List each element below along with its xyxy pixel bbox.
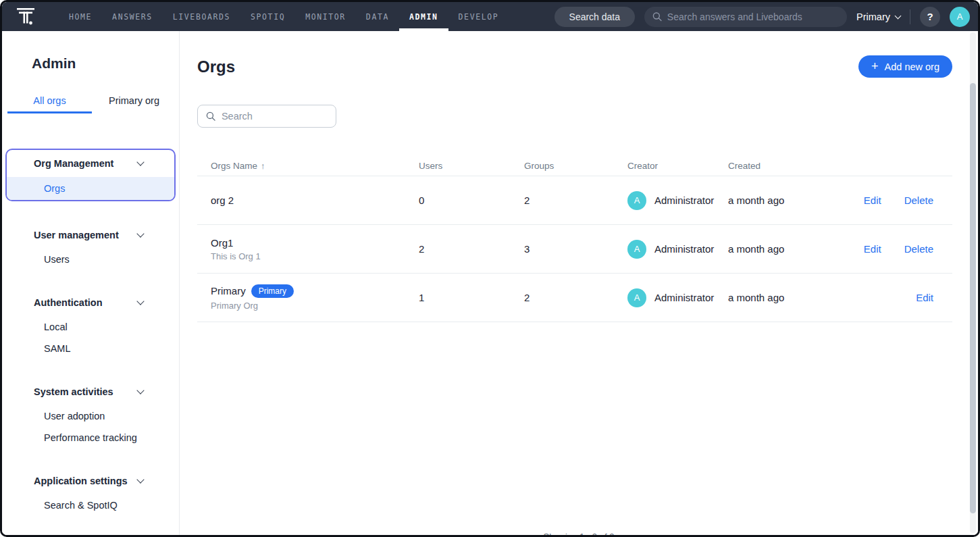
delete-link[interactable]: Delete	[904, 243, 933, 255]
nav-divider	[910, 9, 910, 24]
column-header-groups[interactable]: Groups	[511, 161, 614, 171]
creator-name: Administrator	[654, 292, 714, 303]
creator-name: Administrator	[654, 243, 714, 255]
nav-item-monitor[interactable]: MONITOR	[295, 2, 356, 31]
nav-item-develop[interactable]: DEVELOP	[448, 2, 509, 31]
section-application-settings[interactable]: Application settings	[2, 467, 179, 494]
sidebar-item-users[interactable]: Users	[2, 249, 179, 270]
column-label: Orgs Name	[211, 161, 257, 171]
row-actions: Edit Delete	[846, 195, 952, 206]
app-window: HOME ANSWERS LIVEBOARDS SPOTIQ MONITOR D…	[0, 0, 980, 537]
groups-count: 2	[511, 195, 614, 206]
primary-badge: Primary	[251, 284, 294, 298]
section-label: Application settings	[34, 476, 128, 486]
section-user-management-group: User management Users	[2, 222, 179, 270]
sort-asc-icon: ↑	[261, 161, 265, 171]
user-avatar[interactable]: A	[950, 7, 970, 27]
tab-all-orgs[interactable]: All orgs	[7, 89, 92, 113]
top-nav: HOME ANSWERS LIVEBOARDS SPOTIQ MONITOR D…	[2, 2, 978, 31]
tab-primary-org[interactable]: Primary org	[92, 89, 176, 113]
chevron-down-icon	[136, 297, 144, 305]
sidebar-title: Admin	[32, 55, 179, 72]
nav-right-controls: Search data Primary ? A	[555, 7, 970, 27]
section-user-management[interactable]: User management	[2, 222, 179, 249]
chevron-down-icon	[136, 386, 144, 394]
users-count: 2	[405, 243, 511, 255]
creator-avatar: A	[627, 240, 646, 259]
users-count: 0	[405, 195, 511, 206]
orgs-page: Orgs + Add new org Orgs Name↑	[180, 31, 978, 535]
sidebar-item-user-adoption[interactable]: User adoption	[2, 405, 179, 427]
table-row: Primary Primary Primary Org 1 2 A Admini…	[197, 274, 952, 322]
search-icon	[206, 111, 215, 122]
creator-cell: A Administrator	[614, 240, 715, 259]
global-search-input[interactable]	[667, 11, 839, 22]
section-system-activities[interactable]: System activities	[2, 378, 179, 405]
chevron-down-icon	[895, 12, 902, 19]
org-management-highlight: Org Management Orgs	[5, 149, 176, 201]
global-search[interactable]	[644, 7, 847, 27]
delete-link[interactable]: Delete	[904, 195, 933, 206]
sidebar-item-orgs[interactable]: Orgs	[7, 177, 174, 200]
org-switcher[interactable]: Primary	[856, 11, 900, 22]
sidebar-tabs: All orgs Primary org	[7, 89, 179, 113]
page-header: Orgs + Add new org	[197, 55, 952, 78]
table-header-row: Orgs Name↑ Users Groups Creator Created	[197, 156, 952, 176]
chevron-down-icon	[136, 230, 144, 237]
add-new-org-button[interactable]: + Add new org	[858, 55, 952, 78]
org-name-cell: Primary Primary Primary Org	[197, 284, 405, 311]
section-label: System activities	[34, 386, 113, 397]
creator-cell: A Administrator	[614, 191, 715, 210]
section-label: User management	[34, 230, 119, 240]
org-name: Primary	[211, 285, 246, 297]
body-area: Admin All orgs Primary org Org Managemen…	[2, 31, 978, 535]
row-actions: Edit	[846, 292, 952, 303]
section-label: Org Management	[34, 158, 113, 169]
pagination-text: Showing 1 - 3 of 3	[544, 532, 615, 535]
orgs-table: Orgs Name↑ Users Groups Creator Created …	[197, 156, 952, 322]
scrollbar-thumb[interactable]	[970, 83, 976, 513]
admin-sidebar: Admin All orgs Primary org Org Managemen…	[2, 31, 180, 535]
edit-link[interactable]: Edit	[916, 292, 933, 303]
orgs-search-input[interactable]	[222, 111, 328, 122]
column-header-orgs-name[interactable]: Orgs Name↑	[197, 161, 405, 171]
table-row: org 2 0 2 A Administrator a month ago Ed…	[197, 176, 952, 225]
column-header-created[interactable]: Created	[715, 161, 846, 171]
scrollbar-track	[970, 32, 976, 533]
org-description: This is Org 1	[211, 251, 405, 261]
nav-item-answers[interactable]: ANSWERS	[102, 2, 163, 31]
section-org-management[interactable]: Org Management	[7, 150, 174, 177]
nav-item-home[interactable]: HOME	[59, 2, 102, 31]
sidebar-item-local[interactable]: Local	[2, 316, 179, 338]
help-button[interactable]: ?	[920, 7, 940, 27]
orgs-search-box[interactable]	[197, 105, 336, 128]
creator-cell: A Administrator	[614, 288, 715, 307]
sidebar-item-performance-tracking[interactable]: Performance tracking	[2, 427, 179, 449]
nav-item-data[interactable]: DATA	[356, 2, 399, 31]
org-name-cell: Org1 This is Org 1	[197, 237, 405, 261]
creator-name: Administrator	[654, 195, 714, 206]
org-name: Org1	[211, 237, 233, 249]
nav-item-spotiq[interactable]: SPOTIQ	[240, 2, 295, 31]
sidebar-item-search-spotiq[interactable]: Search & SpotIQ	[2, 494, 179, 516]
page-title: Orgs	[197, 57, 235, 76]
edit-link[interactable]: Edit	[864, 195, 881, 206]
created-date: a month ago	[715, 243, 846, 255]
search-data-button[interactable]: Search data	[555, 7, 636, 27]
column-header-users[interactable]: Users	[405, 161, 511, 171]
nav-item-liveboards[interactable]: LIVEBOARDS	[163, 2, 240, 31]
column-header-creator[interactable]: Creator	[614, 161, 715, 171]
creator-avatar: A	[627, 191, 646, 210]
row-actions: Edit Delete	[846, 243, 952, 255]
section-authentication[interactable]: Authentication	[2, 289, 179, 316]
table-row: Org1 This is Org 1 2 3 A Administrator a…	[197, 225, 952, 274]
edit-link[interactable]: Edit	[864, 243, 881, 255]
nav-item-admin[interactable]: ADMIN	[399, 2, 448, 31]
section-label: Authentication	[34, 297, 103, 308]
sidebar-item-saml[interactable]: SAML	[2, 338, 179, 359]
search-icon	[652, 11, 662, 22]
plus-icon: +	[871, 60, 879, 72]
thoughtspot-logo-icon[interactable]	[17, 7, 34, 26]
org-name-cell: org 2	[197, 195, 405, 206]
section-application-settings-group: Application settings Search & SpotIQ	[2, 467, 179, 516]
